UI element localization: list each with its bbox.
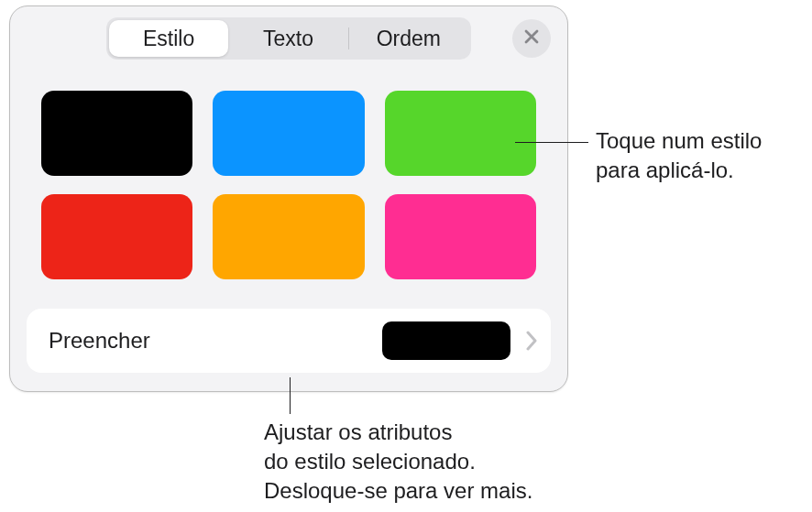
- popover-header: Estilo Texto Ordem: [10, 6, 567, 65]
- style-swatch-grid: [10, 65, 567, 289]
- fill-row[interactable]: Preencher: [27, 309, 551, 373]
- style-swatch-blue[interactable]: [213, 91, 364, 176]
- style-swatch-green[interactable]: [385, 91, 536, 176]
- style-swatch-black[interactable]: [41, 91, 192, 176]
- tab-text[interactable]: Texto: [228, 20, 347, 57]
- close-icon: [523, 28, 540, 49]
- tab-segmented-control: Estilo Texto Ordem: [106, 17, 471, 60]
- callout-style-swatch: Toque num estilo para aplicá-lo.: [596, 126, 762, 185]
- callout-line: [290, 377, 291, 414]
- style-swatch-red[interactable]: [41, 194, 192, 279]
- callout-line: [515, 142, 588, 143]
- format-popover: Estilo Texto Ordem Preencher: [9, 5, 568, 392]
- close-button[interactable]: [512, 19, 551, 58]
- tab-order[interactable]: Ordem: [349, 20, 468, 57]
- chevron-right-icon: [525, 331, 538, 351]
- style-swatch-orange[interactable]: [213, 194, 364, 279]
- tab-style[interactable]: Estilo: [109, 20, 228, 57]
- fill-label: Preencher: [49, 328, 382, 354]
- tab-order-label: Ordem: [377, 27, 441, 51]
- callout-fill-row: Ajustar os atributos do estilo seleciona…: [264, 418, 532, 506]
- tab-text-label: Texto: [263, 27, 313, 51]
- fill-color-preview: [382, 321, 510, 360]
- style-swatch-magenta[interactable]: [385, 194, 536, 279]
- tab-style-label: Estilo: [143, 27, 194, 51]
